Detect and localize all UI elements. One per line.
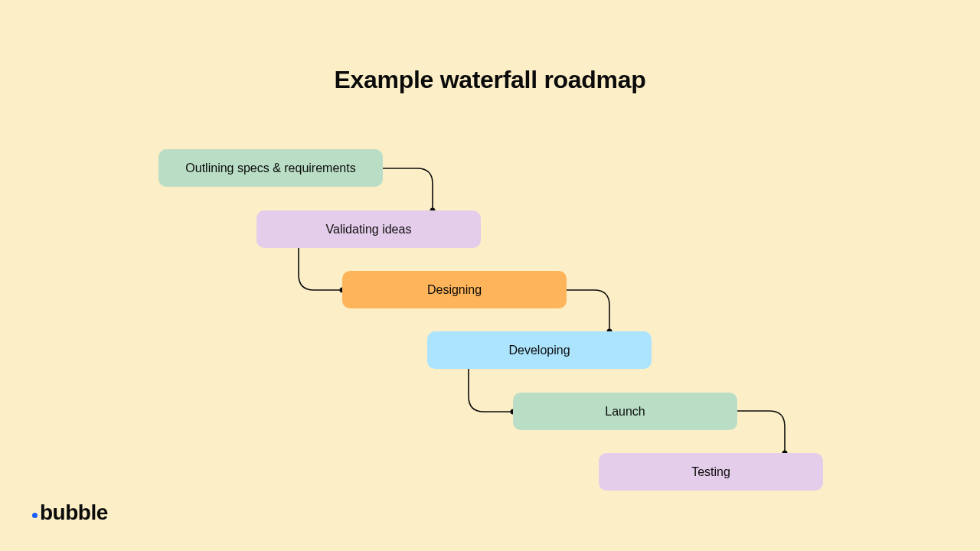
stage-testing: Testing <box>599 453 823 491</box>
stage-developing: Developing <box>427 331 652 369</box>
stage-launch: Launch <box>513 393 737 430</box>
stage-label: Launch <box>605 405 645 419</box>
stage-outlining: Outlining specs & requirements <box>158 149 383 187</box>
brand-logo: bubble <box>32 500 108 525</box>
page-title: Example waterfall roadmap <box>0 66 980 94</box>
stage-designing: Designing <box>342 271 567 308</box>
stage-validating: Validating ideas <box>256 210 481 248</box>
stage-label: Outlining specs & requirements <box>185 161 355 175</box>
logo-text: bubble <box>40 500 108 525</box>
stage-label: Validating ideas <box>326 223 412 236</box>
stage-label: Testing <box>691 465 730 479</box>
stage-label: Developing <box>508 344 570 357</box>
logo-dot-icon <box>32 513 38 518</box>
stage-label: Designing <box>427 283 482 297</box>
